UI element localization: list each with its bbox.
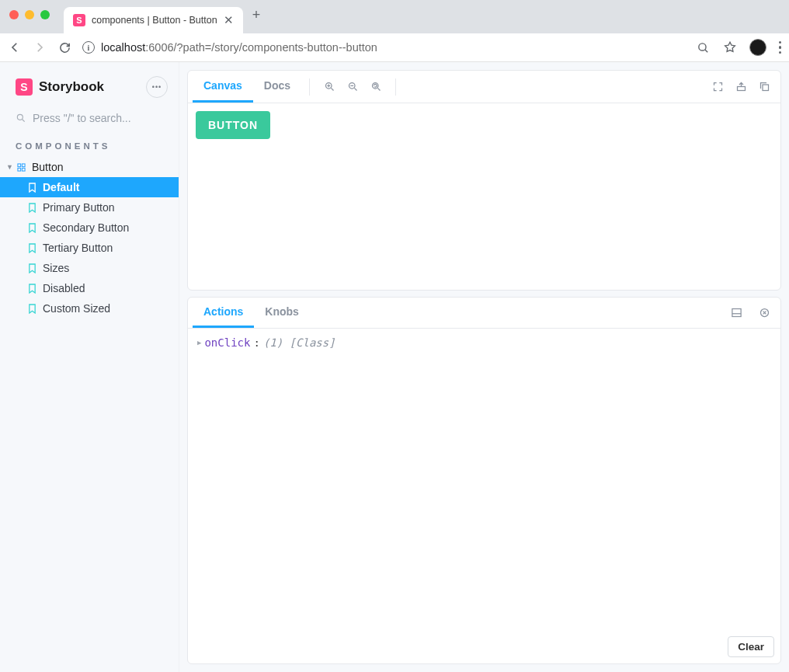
storybook-wordmark: Storybook [39, 79, 104, 95]
svg-rect-9 [737, 87, 745, 91]
url-path: /?path=/story/components-button--button [174, 41, 377, 54]
new-tab-button[interactable]: + [252, 7, 261, 23]
site-info-icon[interactable]: i [82, 41, 95, 54]
action-name: onClick [204, 336, 250, 349]
zoom-reset-button[interactable] [364, 75, 388, 99]
zoom-out-button[interactable] [341, 75, 364, 99]
svg-rect-2 [18, 163, 21, 166]
browser-tab[interactable]: S components | Button - Button ✕ [64, 7, 243, 33]
svg-point-1 [17, 114, 23, 120]
section-heading: COMPONENTS [0, 138, 179, 157]
profile-avatar[interactable] [749, 39, 766, 56]
caret-down-icon: ▼ [6, 163, 14, 171]
component-node-button[interactable]: ▼ Button [0, 157, 179, 177]
action-separator: : [253, 336, 259, 349]
window-close-button[interactable] [9, 10, 19, 19]
search-placeholder: Press "/" to search... [33, 112, 131, 124]
component-icon [17, 163, 26, 172]
open-new-tab-button[interactable] [729, 75, 753, 99]
browser-tab-title: components | Button - Button [92, 15, 217, 26]
svg-rect-5 [22, 168, 25, 171]
window-zoom-button[interactable] [40, 10, 50, 19]
storybook-favicon-icon: S [73, 14, 85, 26]
panel-close-button[interactable] [753, 301, 776, 325]
story-label: Sizes [43, 262, 69, 274]
tab-docs[interactable]: Docs [253, 71, 301, 103]
story-disabled[interactable]: Disabled [0, 278, 179, 298]
url-host: localhost [101, 41, 145, 54]
component-label: Button [32, 161, 63, 173]
search-input[interactable]: Press "/" to search... [16, 112, 168, 124]
svg-point-8 [372, 83, 378, 89]
story-custom-sized[interactable]: Custom Sized [0, 298, 179, 319]
bookmark-icon [28, 263, 36, 273]
bookmark-icon [28, 203, 36, 213]
svg-rect-11 [732, 309, 740, 317]
panel-position-button[interactable] [725, 301, 748, 325]
clear-button[interactable]: Clear [728, 636, 774, 657]
bookmark-icon [28, 223, 36, 233]
browser-menu-button[interactable] [779, 41, 782, 54]
copy-link-button[interactable] [753, 75, 776, 99]
svg-rect-3 [22, 163, 25, 166]
bookmark-icon [28, 183, 36, 193]
story-label: Default [43, 181, 79, 193]
svg-rect-4 [18, 168, 21, 171]
address-bar[interactable]: i localhost:6006/?path=/story/components… [82, 41, 686, 54]
toolbar-separator [309, 78, 310, 96]
actions-log: ▶ onClick: (1) [Class] Clear [188, 329, 780, 663]
browser-toolbar: i localhost:6006/?path=/story/components… [0, 33, 789, 62]
search-icon [16, 113, 26, 124]
addons-panel: Actions Knobs ▶ onClick: (1) [Class] Cle… [187, 297, 781, 664]
demo-button[interactable]: BUTTON [196, 111, 270, 139]
svg-point-0 [699, 43, 706, 50]
window-minimize-button[interactable] [25, 10, 34, 19]
bookmark-icon [28, 243, 36, 253]
bookmark-icon [28, 284, 36, 294]
preview-toolbar: Canvas Docs [188, 71, 780, 103]
action-log-entry[interactable]: ▶ onClick: (1) [Class] [197, 336, 771, 349]
storybook-logo[interactable]: S Storybook [16, 78, 104, 96]
forward-button[interactable] [33, 40, 47, 54]
caret-right-icon: ▶ [197, 339, 201, 346]
zoom-in-button[interactable] [318, 75, 341, 99]
storybook-mark-icon: S [16, 78, 33, 96]
story-label: Custom Sized [43, 302, 110, 315]
story-label: Tertiary Button [43, 242, 113, 254]
tab-close-icon[interactable]: ✕ [224, 13, 234, 27]
fullscreen-button[interactable] [706, 75, 729, 99]
svg-rect-10 [763, 85, 769, 91]
tab-canvas[interactable]: Canvas [193, 71, 253, 103]
main-area: Canvas Docs [179, 62, 789, 672]
url-port: :6006 [145, 41, 173, 54]
story-tertiary-button[interactable]: Tertiary Button [0, 238, 179, 258]
stories-tree: ▼ Button DefaultPrimary ButtonSecondary … [0, 157, 179, 319]
bookmark-star-icon[interactable] [723, 40, 737, 54]
reload-button[interactable] [57, 40, 71, 54]
bookmark-icon [28, 304, 36, 314]
action-args: (1) [Class] [263, 336, 335, 349]
tab-knobs[interactable]: Knobs [254, 298, 310, 328]
story-primary-button[interactable]: Primary Button [0, 197, 179, 218]
story-secondary-button[interactable]: Secondary Button [0, 218, 179, 238]
toolbar-separator [395, 78, 396, 96]
story-label: Primary Button [43, 201, 115, 214]
story-default[interactable]: Default [0, 177, 179, 197]
sidebar-menu-button[interactable]: ••• [146, 76, 168, 98]
zoom-indicator-icon[interactable] [697, 40, 711, 54]
storybook-sidebar: S Storybook ••• Press "/" to search... C… [0, 62, 179, 672]
story-sizes[interactable]: Sizes [0, 258, 179, 278]
story-label: Secondary Button [43, 221, 129, 234]
back-button[interactable] [8, 40, 22, 54]
preview-panel: Canvas Docs [187, 70, 781, 291]
tab-actions[interactable]: Actions [193, 298, 254, 328]
window-traffic-lights [9, 10, 50, 19]
story-label: Disabled [43, 282, 85, 294]
browser-tab-strip: S components | Button - Button ✕ + [0, 0, 789, 33]
preview-iframe: BUTTON [188, 103, 780, 290]
